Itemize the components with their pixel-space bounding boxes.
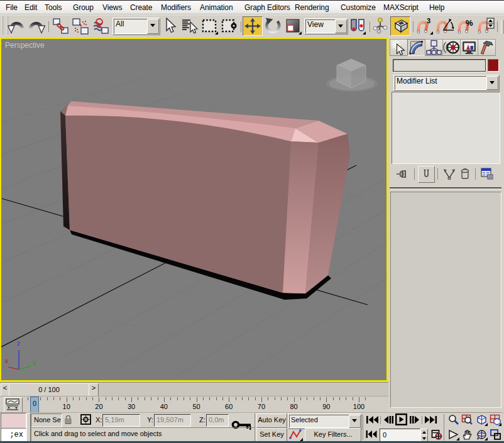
- viewport-3d-scene: z x y: [1, 39, 386, 380]
- show-end-result-button[interactable]: [418, 166, 435, 183]
- viewport-label[interactable]: Perspective: [5, 41, 45, 50]
- separator: [380, 416, 381, 424]
- rectangular-selection-region-button[interactable]: [200, 17, 218, 35]
- current-frame-marker[interactable]: 0: [30, 397, 39, 413]
- selection-lock-toggle[interactable]: [64, 415, 72, 425]
- listener-splitter[interactable]: [26, 413, 31, 443]
- frame-spinner[interactable]: [420, 429, 428, 441]
- selection-filter-dropdown-button[interactable]: [147, 19, 159, 34]
- select-and-link-button[interactable]: [52, 17, 69, 35]
- absolute-mode-transform-button[interactable]: [80, 414, 91, 425]
- zoom-all-icon: [461, 414, 473, 426]
- menu-customize[interactable]: Customize: [341, 3, 376, 12]
- menu-views[interactable]: Views: [102, 3, 122, 12]
- auto-key-button[interactable]: Auto Key: [256, 413, 287, 428]
- modifier-list-dropdown-button[interactable]: [486, 76, 498, 90]
- undo-button[interactable]: [8, 17, 25, 35]
- status-bar: ;ex None Se X: 5,19m Y:: [0, 412, 504, 442]
- tab-utilities[interactable]: [478, 39, 496, 56]
- maximize-viewport-toggle-button[interactable]: [490, 429, 501, 440]
- reference-coordinate-combo[interactable]: View: [304, 18, 348, 35]
- remove-modifier-button[interactable]: [459, 167, 471, 180]
- tab-motion[interactable]: [442, 39, 461, 56]
- time-slider-track[interactable]: < 0 / 100 >: [0, 382, 388, 397]
- zoom-button[interactable]: [447, 414, 459, 426]
- reference-coordinate-dropdown-button[interactable]: [335, 19, 347, 33]
- set-key-button[interactable]: Set Key: [256, 428, 287, 442]
- coord-y-field[interactable]: 19,507m: [154, 414, 191, 427]
- percent-snap-toggle-button[interactable]: %: [457, 17, 474, 35]
- previous-frame-button[interactable]: [383, 414, 394, 425]
- open-mini-curve-editor-button[interactable]: [4, 397, 23, 413]
- key-subset-combo[interactable]: Selected: [288, 413, 362, 429]
- arc-rotate-button[interactable]: [476, 429, 488, 440]
- pin-stack-button[interactable]: [396, 168, 410, 180]
- go-to-start-button[interactable]: [365, 414, 379, 425]
- key-filters-button[interactable]: Key Filters...: [305, 428, 361, 442]
- configure-modifier-sets-button[interactable]: [480, 167, 494, 180]
- angle-snap-toggle-button[interactable]: [436, 17, 454, 35]
- window-crossing-button[interactable]: [221, 17, 238, 35]
- motion-tab-icon: [443, 40, 460, 55]
- select-object-button[interactable]: [160, 17, 178, 35]
- menu-rendering[interactable]: Rendering: [295, 3, 329, 12]
- redo-button[interactable]: [28, 17, 45, 35]
- key-subset-dropdown-button[interactable]: [349, 415, 361, 428]
- select-and-uniform-scale-button[interactable]: [284, 17, 302, 35]
- spinner-snap-toggle-button[interactable]: [477, 17, 495, 35]
- menu-tools[interactable]: Tools: [45, 3, 62, 12]
- track-bar[interactable]: 0102030405060708090100 0: [0, 396, 388, 412]
- unlink-selection-button[interactable]: [72, 17, 89, 35]
- tab-modify[interactable]: [407, 39, 425, 56]
- coord-x-field[interactable]: 5,19m: [102, 414, 140, 427]
- selection-filter-combo[interactable]: All: [112, 18, 160, 35]
- tab-hierarchy[interactable]: [425, 39, 443, 56]
- tab-create[interactable]: [390, 39, 408, 56]
- modifier-stack-list[interactable]: [392, 92, 500, 164]
- make-unique-button[interactable]: [442, 167, 456, 180]
- prompt-line: Click and drag to select and move object…: [31, 427, 255, 442]
- menu-create[interactable]: Create: [130, 3, 152, 12]
- go-to-end-button[interactable]: [424, 414, 438, 425]
- menu-help[interactable]: Help: [429, 3, 444, 12]
- time-configuration-button[interactable]: [431, 429, 442, 440]
- menu-bar: File Edit Tools Group Views Create Modif…: [0, 1, 504, 14]
- object-color-swatch[interactable]: [488, 59, 499, 72]
- time-slider-handle[interactable]: 0 / 100: [9, 383, 89, 397]
- menu-animation[interactable]: Animation: [200, 3, 233, 12]
- key-mode-toggle-button[interactable]: [365, 429, 378, 440]
- next-frame-button[interactable]: [409, 414, 420, 425]
- play-animation-button[interactable]: [395, 413, 407, 425]
- current-frame-field[interactable]: 0: [380, 429, 420, 442]
- menu-edit[interactable]: Edit: [25, 3, 37, 12]
- coord-z-field[interactable]: 0,0m: [206, 414, 229, 427]
- menu-modifiers[interactable]: Modifiers: [161, 3, 191, 12]
- field-of-view-button[interactable]: [447, 429, 459, 440]
- select-and-manipulate-button[interactable]: [373, 17, 388, 35]
- zoom-extents-all-button[interactable]: [490, 414, 501, 426]
- select-by-name-button[interactable]: [180, 17, 198, 35]
- use-pivot-point-center-button[interactable]: [349, 17, 366, 35]
- coord-x-label: X:: [96, 416, 102, 424]
- zoom-extents-button[interactable]: [476, 414, 488, 426]
- time-slider-next-button[interactable]: >: [89, 383, 99, 397]
- modifier-list-combo[interactable]: Modifier List: [393, 75, 500, 91]
- spinner-snap-icon: [477, 17, 495, 35]
- default-tangent-flyout-button[interactable]: [288, 428, 303, 441]
- select-and-rotate-button[interactable]: [264, 17, 282, 35]
- maxscript-macro-recorder-pane[interactable]: [1, 413, 26, 429]
- pan-view-button[interactable]: [461, 429, 473, 440]
- perspective-viewport[interactable]: z x y Perspective: [1, 39, 386, 380]
- select-and-move-button[interactable]: [243, 16, 263, 36]
- bind-to-space-warp-button[interactable]: [92, 17, 109, 35]
- menu-maxscript[interactable]: MAXScript: [383, 3, 419, 12]
- menu-group[interactable]: Group: [73, 3, 94, 12]
- time-slider-prev-button[interactable]: <: [1, 383, 9, 397]
- object-name-field[interactable]: [393, 59, 486, 72]
- snaps-toggle-button[interactable]: 3: [415, 17, 433, 35]
- menu-file[interactable]: File: [6, 3, 18, 12]
- zoom-all-button[interactable]: [461, 414, 473, 426]
- tab-display[interactable]: [460, 39, 478, 56]
- menu-graph-editors[interactable]: Graph Editors: [244, 3, 290, 12]
- keyboard-shortcut-override-button[interactable]: [390, 16, 410, 36]
